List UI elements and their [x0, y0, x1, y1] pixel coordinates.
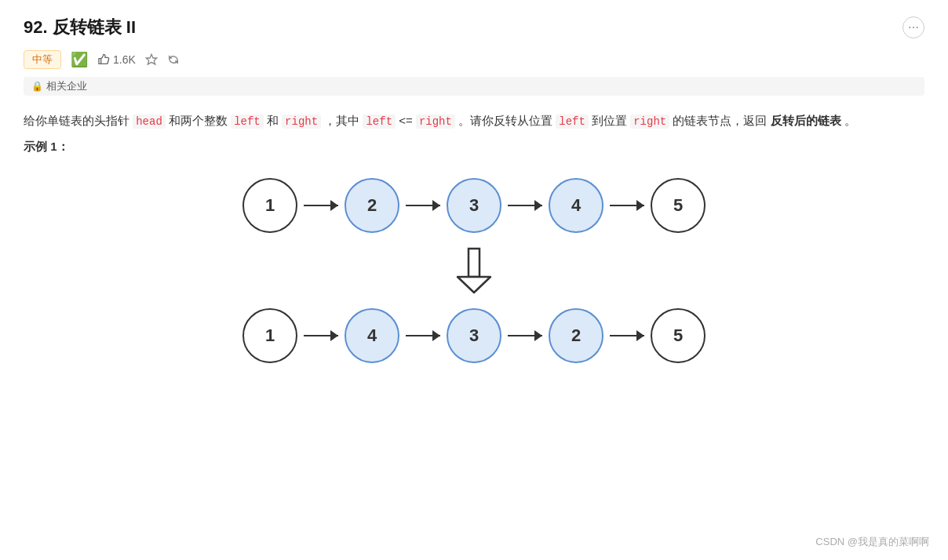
difficulty-badge: 中等 — [24, 50, 61, 69]
diagram-area: 1 2 3 4 5 1 4 3 2 5 — [24, 170, 924, 371]
star-icon — [145, 53, 158, 66]
svg-marker-0 — [146, 54, 156, 64]
svg-marker-2 — [458, 277, 490, 293]
arrow-1-before — [297, 205, 345, 206]
arrow-2-before — [399, 205, 447, 206]
arrow-3-before — [501, 205, 549, 206]
arrow-4-before — [603, 205, 651, 206]
code-left3: left — [556, 115, 589, 129]
company-label: 相关企业 — [46, 79, 87, 93]
down-arrow-svg — [454, 247, 494, 294]
node-4-after: 4 — [345, 308, 399, 363]
arrow-1-after — [297, 335, 345, 336]
code-left: left — [231, 115, 264, 129]
more-icon: ⋯ — [908, 21, 919, 34]
arrow-2-after — [399, 335, 447, 336]
company-tag[interactable]: 🔒 相关企业 — [24, 77, 924, 96]
node-2-before: 2 — [345, 178, 399, 233]
refresh-icon — [167, 53, 180, 66]
problem-description: 给你单链表的头指针 head 和两个整数 left 和 right ，其中 le… — [24, 110, 924, 132]
likes-count: 1.6K — [113, 53, 136, 66]
node-5-before: 5 — [651, 178, 706, 233]
code-right2: right — [416, 115, 455, 129]
watermark: CSDN @我是真的菜啊啊 — [815, 535, 929, 549]
more-button[interactable]: ⋯ — [902, 16, 924, 38]
node-5-after: 5 — [651, 308, 706, 363]
list-before: 1 2 3 4 5 — [242, 178, 706, 233]
down-arrow — [454, 247, 494, 294]
code-head: head — [133, 115, 166, 129]
star-button[interactable] — [145, 53, 158, 66]
meta-row: 中等 ✅ 1.6K — [24, 50, 924, 69]
code-right: right — [282, 115, 321, 129]
refresh-button[interactable] — [167, 53, 180, 66]
node-4-before: 4 — [549, 178, 603, 233]
lock-icon: 🔒 — [31, 81, 43, 92]
code-left2: left — [363, 115, 396, 129]
likes-item[interactable]: 1.6K — [97, 53, 136, 66]
node-3-before: 3 — [447, 178, 501, 233]
arrow-3-after — [501, 335, 549, 336]
arrow-4-after — [603, 335, 651, 336]
bold-result: 反转后的链表 — [771, 114, 841, 127]
node-3-after: 3 — [447, 308, 501, 363]
page-title: 92. 反转链表 II — [24, 16, 136, 39]
svg-rect-1 — [469, 249, 479, 277]
node-2-after: 2 — [549, 308, 603, 363]
example-title: 示例 1： — [24, 140, 924, 155]
title-row: 92. 反转链表 II ⋯ — [24, 16, 924, 39]
solved-icon: ✅ — [71, 51, 88, 68]
thumb-up-icon — [97, 53, 110, 66]
node-1-before: 1 — [242, 178, 297, 233]
list-after: 1 4 3 2 5 — [242, 308, 706, 363]
code-right3: right — [630, 115, 669, 129]
node-1-after: 1 — [242, 308, 297, 363]
